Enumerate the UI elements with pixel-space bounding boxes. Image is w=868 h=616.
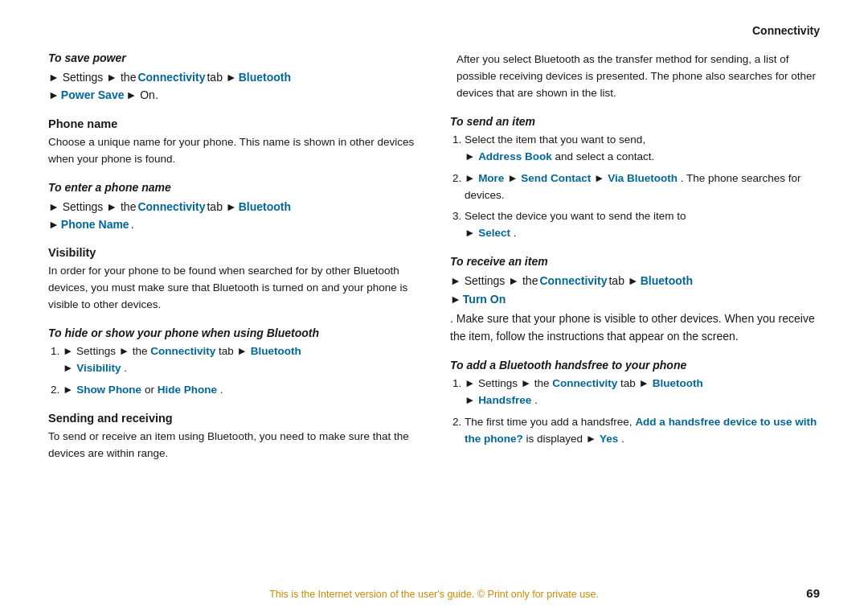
connectivity-link-5: Connectivity	[552, 377, 617, 389]
turn-on-link: Turn On	[463, 290, 506, 308]
hide-show-item-1: ► Settings ► the Connectivity tab ► Blue…	[63, 343, 418, 377]
send-item-list: Select the item that you want to send,► …	[450, 132, 820, 243]
connectivity-link-2: Connectivity	[137, 198, 205, 216]
footer: This is the Internet version of the user…	[0, 587, 868, 600]
section-sending: Sending and receiving To send or receive…	[48, 412, 418, 462]
hide-show-list: ► Settings ► the Connectivity tab ► Blue…	[48, 343, 418, 399]
section-save-power: To save power ► Settings ► the Connectiv…	[48, 51, 418, 105]
send-item-1: Select the item that you want to send,► …	[465, 132, 820, 166]
right-column: After you select Bluetooth as the transf…	[450, 51, 820, 475]
section-send-item: To send an item Select the item that you…	[450, 115, 820, 243]
save-power-title: To save power	[48, 51, 418, 64]
arrow-sym: ► Settings ► the	[48, 68, 136, 86]
hide-show-item-2: ► Show Phone or Hide Phone .	[63, 382, 418, 399]
visibility-text: In order for your phone to be found when…	[48, 263, 418, 314]
save-power-nav2: ► Power Save ► On.	[48, 86, 418, 104]
page-number: 69	[806, 586, 820, 600]
enter-phone-nav2: ► Phone Name .	[48, 216, 418, 233]
send-item-3: Select the device you want to send the i…	[465, 208, 820, 242]
header-title: Connectivity	[752, 24, 820, 37]
section-handsfree: To add a Bluetooth handsfree to your pho…	[450, 359, 820, 448]
via-bluetooth-link: Via Bluetooth	[608, 172, 678, 184]
handsfree-item-1: ► Settings ► the Connectivity tab ► Blue…	[465, 376, 820, 409]
section-phone-name: Phone name Choose a unique name for your…	[48, 117, 418, 168]
visibility-link: Visibility	[76, 362, 121, 374]
more-link: More	[478, 172, 504, 184]
section-hide-show: To hide or show your phone when using Bl…	[48, 326, 418, 399]
yes-link: Yes	[600, 433, 618, 445]
bluetooth-link-3: Bluetooth	[251, 345, 301, 357]
save-power-nav1: ► Settings ► the Connectivity tab ► Blue…	[48, 68, 418, 86]
footer-text: This is the Internet version of the user…	[269, 589, 599, 600]
enter-phone-name-title: To enter a phone name	[48, 181, 418, 194]
page: Connectivity To save power ► Settings ► …	[0, 0, 868, 616]
content-area: To save power ► Settings ► the Connectiv…	[48, 51, 820, 475]
intro-paragraph: After you select Bluetooth as the transf…	[450, 51, 820, 102]
bluetooth-link-2: Bluetooth	[239, 198, 291, 216]
page-header: Connectivity	[48, 24, 820, 37]
sending-text: To send or receive an item using Bluetoo…	[48, 429, 418, 462]
bluetooth-link-4: Bluetooth	[641, 272, 693, 290]
bluetooth-link-1: Bluetooth	[239, 68, 291, 86]
phone-name-link: Phone Name	[61, 216, 129, 233]
handsfree-title: To add a Bluetooth handsfree to your pho…	[450, 359, 820, 372]
hide-phone-link: Hide Phone	[158, 384, 217, 396]
show-phone-link: Show Phone	[76, 384, 141, 396]
section-enter-phone-name: To enter a phone name ► Settings ► the C…	[48, 181, 418, 234]
handsfree-list: ► Settings ► the Connectivity tab ► Blue…	[450, 376, 820, 448]
handsfree-link: Handsfree	[478, 394, 531, 406]
left-column: To save power ► Settings ► the Connectiv…	[48, 51, 418, 475]
address-book-link: Address Book	[478, 150, 552, 162]
phone-name-text: Choose a unique name for your phone. Thi…	[48, 134, 418, 168]
receive-nav1: ► Settings ► the Connectivity tab ► Blue…	[450, 272, 820, 290]
send-contact-link: Send Contact	[521, 172, 591, 184]
sending-title: Sending and receiving	[48, 412, 418, 425]
hide-show-title: To hide or show your phone when using Bl…	[48, 326, 418, 339]
connectivity-link-4: Connectivity	[539, 272, 607, 290]
connectivity-link-3: Connectivity	[150, 345, 215, 357]
section-receive-item: To receive an item ► Settings ► the Conn…	[450, 255, 820, 346]
enter-phone-nav1: ► Settings ► the Connectivity tab ► Blue…	[48, 198, 418, 216]
select-link: Select	[478, 227, 510, 239]
bluetooth-link-5: Bluetooth	[653, 377, 703, 389]
connectivity-link-1: Connectivity	[137, 68, 205, 86]
receive-item-title: To receive an item	[450, 255, 820, 268]
power-save-link: Power Save	[61, 86, 125, 104]
phone-name-title: Phone name	[48, 117, 418, 130]
send-item-2: ► More ► Send Contact ► Via Bluetooth . …	[465, 170, 820, 204]
section-visibility: Visibility In order for your phone to be…	[48, 246, 418, 314]
send-item-title: To send an item	[450, 115, 820, 128]
receive-nav2: ► Turn On . Make sure that your phone is…	[450, 290, 820, 346]
visibility-title: Visibility	[48, 246, 418, 259]
handsfree-item-2: The first time you add a handsfree, Add …	[465, 414, 820, 448]
